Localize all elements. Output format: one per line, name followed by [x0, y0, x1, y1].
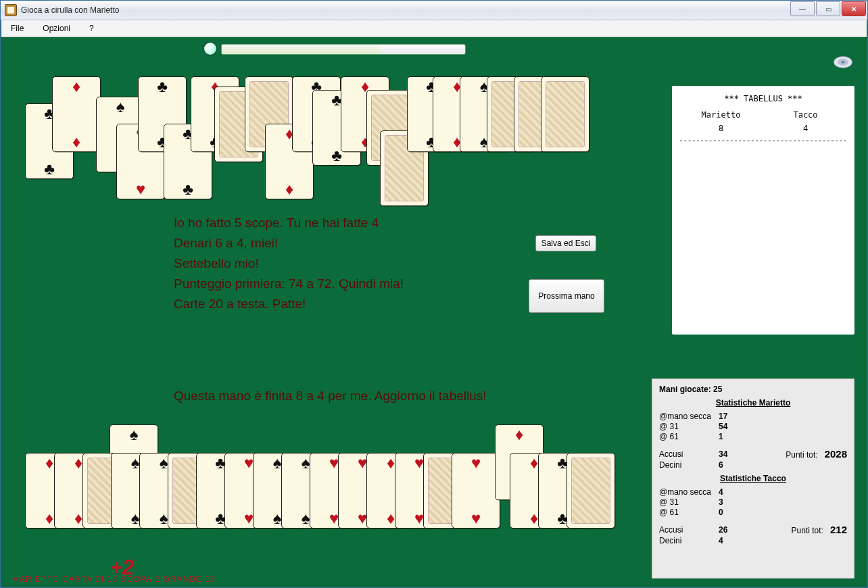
hands-played: Mani giocate: 25: [659, 385, 847, 394]
menu-bar: File Opzioni ?: [1, 20, 867, 37]
progress-bar: [221, 44, 466, 55]
announce-line: Carte 20 a testa. Patte!: [174, 294, 525, 314]
tabellus-p1-name: Marietto: [679, 110, 763, 120]
game-area: ♣♣ ♦♦ ♠♠ ♥♥ ♣♣ ♣♣ ♦♣ ♦♦ ♣♣ ♣♣ ♦♦ ♣♣ ♦♦ ♠…: [1, 37, 867, 587]
card: ♦♦: [52, 76, 101, 152]
spade-icon: ♠: [273, 454, 282, 472]
diamond-icon: ♦: [515, 425, 523, 444]
stats-panel: Mani giocate: 25 Statistiche Marietto @m…: [652, 378, 854, 579]
diamond-icon: ♦: [387, 454, 395, 472]
spade-icon: ♠: [116, 97, 125, 116]
announce-line: Punteggio primiera: 74 a 72. Quindi mia!: [174, 274, 525, 294]
menu-opzioni[interactable]: Opzioni: [39, 22, 74, 34]
diamond-icon: ♦: [387, 509, 395, 528]
diamond-icon: ♦: [74, 454, 82, 472]
diamond-icon: ♦: [45, 509, 53, 528]
stat-label: @ 61: [659, 432, 719, 441]
menu-help[interactable]: ?: [85, 22, 98, 34]
announce-line: Denari 6 a 4, miei!: [174, 233, 525, 253]
club-icon: ♣: [44, 160, 55, 178]
stat-value: 17: [719, 412, 747, 421]
round-announce: Io ho fatto 5 scope. Tu ne hai fatte 4 D…: [174, 213, 525, 314]
stats-title-tacco: Statistiche Tacco: [659, 474, 847, 483]
stat-label: Accusi: [659, 449, 719, 459]
tabellus-p1-score: 8: [679, 124, 763, 133]
tabellus-header: *** TABELLUS ***: [679, 94, 848, 103]
heart-icon: ♥: [244, 454, 254, 472]
tabellus-names: Marietto Tacco: [679, 110, 848, 120]
stat-label: @ 61: [659, 508, 719, 517]
stat-value: 4: [719, 487, 747, 497]
save-exit-button[interactable]: Salva ed Esci: [535, 235, 596, 251]
diamond-icon: ♦: [72, 132, 80, 151]
tabellus-divider: ----------------------------------------…: [679, 136, 848, 145]
spade-icon: ♠: [160, 509, 168, 528]
stat-value: 26: [719, 525, 747, 535]
spade-icon: ♠: [131, 454, 140, 472]
spade-icon: ♠: [273, 509, 282, 528]
tabellus-panel: *** TABELLUS *** Marietto Tacco 8 4 ----…: [672, 86, 854, 335]
heart-icon: ♥: [358, 454, 367, 472]
tabellus-p2-score: 4: [763, 124, 848, 133]
heart-icon: ♥: [471, 454, 481, 472]
next-hand-button[interactable]: Prossima mano: [529, 279, 604, 313]
heart-icon: ♥: [358, 509, 367, 528]
maximize-button[interactable]: ▭: [816, 1, 840, 16]
menu-file[interactable]: File: [7, 22, 28, 34]
punti-tot-marietto: Punti tot:2028: [786, 448, 847, 460]
spade-icon: ♠: [131, 509, 140, 528]
diamond-icon: ♦: [530, 454, 538, 472]
tabellus-scores: 8 4: [679, 124, 848, 133]
stat-value: 0: [719, 508, 747, 517]
stat-label: @ 31: [659, 497, 719, 507]
spade-icon: ♠: [130, 425, 139, 444]
spade-icon: ♠: [302, 509, 310, 528]
heart-icon: ♥: [414, 509, 424, 528]
window-frame: Gioca a cirulla con Marietto — ▭ ✕ File …: [0, 0, 868, 588]
announce-line: Settebello mio!: [174, 253, 525, 274]
heart-icon: ♥: [244, 509, 254, 528]
stat-label: Decini: [659, 536, 719, 545]
card: [541, 76, 589, 152]
tabellus-p2-name: Tacco: [763, 110, 848, 120]
spade-icon: ♠: [160, 454, 168, 472]
punti-tot-tacco: Punti tot:212: [792, 524, 847, 535]
opponent-pile: ♣♣ ♦♦ ♠♠ ♥♥ ♣♣ ♣♣ ♦♣ ♦♦ ♣♣ ♣♣ ♦♦ ♣♣ ♦♦ ♠…: [22, 76, 644, 212]
heart-icon: ♥: [414, 454, 424, 472]
round-summary: Questa mano è finita 8 a 4 per me. Aggio…: [174, 389, 487, 403]
stat-label: @mano secca: [659, 487, 719, 497]
speaker-icon[interactable]: [831, 53, 854, 71]
stat-label: @ 31: [659, 422, 719, 431]
stat-value: 4: [719, 536, 747, 545]
minimize-button[interactable]: —: [790, 1, 815, 16]
diamond-icon: ♦: [45, 454, 53, 472]
stat-label: @mano secca: [659, 412, 719, 421]
spade-icon: ♠: [302, 454, 310, 472]
heart-icon: ♥: [329, 454, 339, 472]
diamond-icon: ♦: [72, 77, 80, 96]
bonus-label: MARIETTO CARTA DI 15 SCOPA E GRANDE 15: [12, 574, 216, 584]
stat-label: Decini: [659, 460, 719, 470]
heart-icon: ♥: [329, 509, 339, 528]
card: [566, 453, 615, 529]
heart-icon: ♥: [136, 180, 145, 199]
heart-icon: ♥: [471, 509, 481, 528]
close-button[interactable]: ✕: [842, 1, 866, 16]
face-card: [571, 458, 610, 524]
club-icon: ♣: [183, 180, 193, 199]
svg-point-2: [841, 61, 844, 63]
club-icon: ♣: [157, 77, 168, 96]
stats-title-marietto: Statistiche Marietto: [659, 398, 847, 408]
diamond-icon: ♦: [285, 180, 293, 199]
stat-value: 3: [719, 497, 747, 507]
stat-label: Accusi: [659, 525, 719, 535]
diamond-icon: ♦: [74, 509, 82, 528]
window-buttons: — ▭ ✕: [790, 1, 867, 16]
title-bar: Gioca a cirulla con Marietto — ▭ ✕: [1, 1, 867, 20]
app-icon: [5, 4, 17, 16]
card: ♥♥: [452, 453, 500, 529]
stat-value: 6: [719, 460, 747, 470]
stat-value: 1: [719, 432, 747, 441]
dealer-icon: [204, 43, 216, 55]
player-pile: ♠ ♦♦ ♦♦ ♠♠ ♠♠ ♣♣ ♥♥ ♠♠ ♠♠ ♥♥ ♥♥ ♦♦ ♥♥ ♥♥…: [22, 424, 644, 560]
